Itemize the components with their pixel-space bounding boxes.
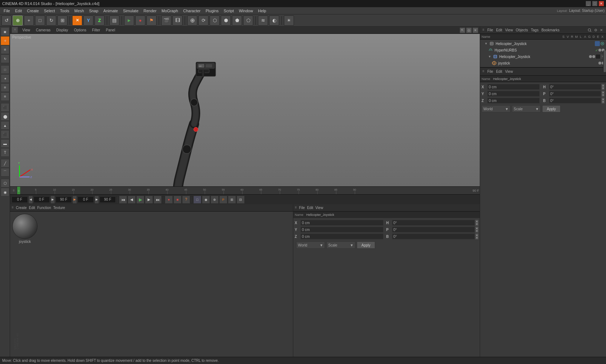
vp-menu-view[interactable]: View: [21, 28, 32, 32]
add-btn[interactable]: +: [24, 15, 34, 26]
preview-start[interactable]: 0 F: [78, 196, 94, 203]
start-frame[interactable]: 0 F: [34, 196, 50, 203]
record-stop-btn[interactable]: ■: [174, 196, 181, 204]
rotate-tool-btn[interactable]: ⟳: [198, 15, 208, 26]
attr-lower-menu-view[interactable]: View: [505, 70, 513, 74]
lower-attr-x-val[interactable]: 0 cm: [487, 84, 540, 90]
attr-z-val[interactable]: 0 cm: [300, 234, 383, 239]
menu-render[interactable]: Render: [141, 7, 159, 14]
lower-attr-y-val[interactable]: 0 cm: [487, 91, 540, 97]
frame-start-field[interactable]: ◀: [28, 196, 33, 204]
mat-menu-function[interactable]: Function: [37, 206, 51, 210]
attr-lower-menu-edit[interactable]: Edit: [496, 70, 502, 74]
paint-btn[interactable]: ⬠: [243, 15, 253, 26]
layout-selector[interactable]: Layout: Startup (User): [569, 9, 605, 13]
attr-menu-view[interactable]: View: [315, 206, 323, 210]
obj-menu-view[interactable]: View: [505, 28, 513, 32]
right-scrollbar[interactable]: [603, 50, 606, 72]
lower-spin-b-up[interactable]: ▲: [602, 98, 605, 101]
obj-row-joystick[interactable]: joystick: [481, 60, 605, 66]
vp-solo-btn[interactable]: ◎: [466, 27, 472, 33]
tool-scene[interactable]: ◈: [1, 74, 9, 83]
rotate-btn[interactable]: ↻: [46, 15, 56, 26]
mode-loop-btn[interactable]: ◉: [202, 196, 210, 204]
select-btn[interactable]: ✕: [72, 15, 82, 26]
play-forward-btn[interactable]: ►: [124, 15, 134, 26]
obj-dot-s-4[interactable]: [598, 62, 601, 65]
spin-b-down[interactable]: ▼: [475, 236, 478, 239]
menu-animate[interactable]: Animate: [101, 7, 120, 14]
menu-script[interactable]: Script: [221, 7, 236, 14]
apply-button[interactable]: Apply: [357, 241, 375, 249]
mat-drag-handle[interactable]: ⠿: [12, 206, 14, 209]
lower-spin-p-down[interactable]: ▼: [602, 94, 605, 97]
attr-h-spinner[interactable]: ▲ ▼: [475, 220, 478, 226]
obj-close-icon[interactable]: ✕: [599, 28, 604, 33]
bend-btn[interactable]: ◐: [269, 15, 279, 26]
obj-menu-objects[interactable]: Objects: [516, 28, 528, 32]
tool-cube[interactable]: ⬛: [1, 103, 9, 112]
tool-object[interactable]: □: [1, 65, 9, 74]
timeline-menu-btn[interactable]: ⠿: [13, 189, 15, 192]
obj-dot-v-3[interactable]: [592, 55, 595, 58]
vp-menu-cameras[interactable]: Cameras: [35, 28, 52, 32]
tool-move[interactable]: ✛: [1, 36, 9, 45]
extrude-btn[interactable]: ⬢: [221, 15, 231, 26]
attr-b-spinner[interactable]: ▲ ▼: [475, 234, 478, 239]
menu-file[interactable]: File: [1, 7, 12, 14]
attr-lower-drag[interactable]: ⠿: [482, 70, 484, 73]
vp-menu-panel[interactable]: Panel: [105, 28, 117, 32]
scale-btn[interactable]: ⊞: [57, 15, 67, 26]
tool-paint[interactable]: ⬡: [1, 179, 9, 187]
vp-maximize-btn[interactable]: ⇱: [460, 27, 465, 33]
obj-row-helicopter-joystick[interactable]: ▼ Helicopter_Joystick: [481, 40, 605, 47]
menu-mograph[interactable]: MoGraph: [159, 7, 180, 14]
tool-sphere[interactable]: ⬤: [1, 112, 9, 121]
menu-edit[interactable]: Edit: [13, 7, 24, 14]
obj-btn[interactable]: □: [35, 15, 45, 26]
obj-visible-check-2[interactable]: ✓: [595, 48, 598, 52]
lower-apply-button[interactable]: Apply: [542, 105, 561, 112]
tool-cone[interactable]: ▲: [1, 121, 9, 130]
attr-x-val[interactable]: 0 cm: [300, 220, 383, 226]
move-axis-btn[interactable]: Y: [83, 15, 93, 26]
obj-drag-handle[interactable]: ⠿: [482, 28, 484, 32]
minimize-btn[interactable]: _: [586, 1, 591, 6]
lower-spin-p-up[interactable]: ▲: [602, 91, 605, 94]
lower-coord-space-dropdown[interactable]: World ▼: [482, 105, 510, 112]
record-key-btn[interactable]: ?: [182, 196, 190, 204]
poly-tool-btn[interactable]: ⬡: [210, 15, 220, 26]
tool-select[interactable]: ▣: [1, 27, 9, 36]
timeline-ruler-bar[interactable]: ⠿ 0 5 10 15 20 25 30 35: [10, 186, 480, 194]
preview-end[interactable]: 90 F: [100, 196, 116, 203]
obj-dot-s-3[interactable]: [589, 55, 592, 58]
vp-menu-filter[interactable]: Filter: [91, 28, 101, 32]
goto-end-btn[interactable]: ⏭: [154, 196, 162, 204]
frame-end-field[interactable]: ▶: [50, 196, 55, 204]
lower-spin-p[interactable]: ▲ ▼: [602, 91, 605, 97]
goto-start-btn[interactable]: ⏮: [119, 196, 127, 204]
mode-ping-btn[interactable]: P: [219, 196, 227, 204]
mode-cycle-btn[interactable]: ⊕: [211, 196, 219, 204]
lower-spin-h-down[interactable]: ▼: [602, 87, 605, 90]
lower-spin-h-up[interactable]: ▲: [602, 84, 605, 87]
menu-tools[interactable]: Tools: [58, 7, 71, 14]
vp-menu-display[interactable]: Display: [55, 28, 70, 32]
lower-attr-b-val[interactable]: 0°: [549, 98, 601, 103]
vp-drag-handle[interactable]: ⠿: [12, 27, 18, 33]
lower-attr-p-val[interactable]: 0°: [549, 91, 601, 97]
tool-grid[interactable]: ⊞: [1, 83, 9, 92]
obj-arrow-1[interactable]: ▼: [484, 42, 488, 45]
tool-cylinder[interactable]: ⬛: [1, 130, 9, 139]
spin-p-down[interactable]: ▼: [475, 230, 478, 232]
attr-p-spinner[interactable]: ▲ ▼: [475, 227, 478, 232]
mat-menu-create[interactable]: Create: [16, 206, 27, 210]
tool-scale[interactable]: ⊞: [1, 45, 9, 54]
obj-menu-edit[interactable]: Edit: [496, 28, 502, 32]
obj-menu-file[interactable]: File: [487, 28, 493, 32]
render-all-btn[interactable]: 🎞: [172, 15, 183, 26]
move-btn[interactable]: ⊕: [13, 15, 23, 26]
menu-simulate[interactable]: Simulate: [121, 7, 141, 14]
lower-attr-z-val[interactable]: 0 cm: [487, 98, 540, 103]
tool-spline[interactable]: ⌒: [1, 168, 9, 177]
